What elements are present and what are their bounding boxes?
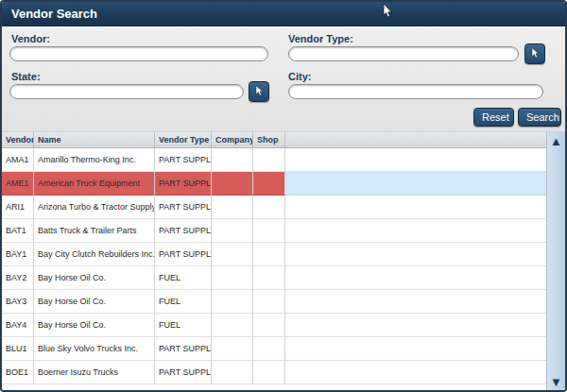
search-form: Vendor: Vendor Type: State: City: Reset …	[2, 26, 565, 132]
cell-vendor[interactable]: BAY1	[2, 243, 34, 266]
scroll-up-icon[interactable]: ▲	[547, 132, 566, 149]
table-row[interactable]: AME1 American Truck Equipment PART SUPPL…	[2, 172, 546, 196]
cell-vendor[interactable]: AME1	[2, 172, 34, 196]
cell-shop[interactable]	[253, 243, 285, 266]
cell-shop[interactable]	[253, 314, 285, 337]
cell-company[interactable]	[212, 361, 253, 384]
window-title: Vendor Search	[11, 7, 97, 21]
cell-filler	[285, 290, 546, 314]
cell-company[interactable]	[212, 219, 253, 243]
cell-vendor-type[interactable]: FUEL	[155, 266, 212, 290]
cell-shop[interactable]	[253, 196, 285, 219]
col-header-company[interactable]: Company	[212, 132, 253, 147]
table-row[interactable]: BLU1 Blue Sky Volvo Trucks Inc. PART SUP…	[2, 337, 546, 361]
hand-pointer-icon	[529, 45, 541, 62]
cell-name[interactable]: Amarillo Thermo-King Inc.	[34, 148, 155, 172]
table-row[interactable]: BOE1 Boerner Isuzu Trucks PART SUPPLY	[2, 361, 546, 384]
results-table: Vendor Name Vendor Type Company Shop AMA…	[2, 132, 565, 390]
cell-filler	[285, 196, 546, 219]
table-row[interactable]: BAY4 Bay Horse Oil Co. FUEL	[2, 314, 546, 337]
cell-name[interactable]: American Truck Equipment	[34, 172, 155, 196]
cell-vendor-type[interactable]: PART SUPPLY	[155, 337, 212, 361]
cell-vendor-type[interactable]: PART SUPPLY	[155, 196, 212, 219]
cell-company[interactable]	[212, 290, 253, 314]
vendor-label: Vendor:	[11, 33, 50, 44]
cell-shop[interactable]	[253, 361, 285, 384]
cell-filler	[285, 219, 546, 243]
vendor-input[interactable]	[9, 46, 268, 61]
cell-name[interactable]: Bay Horse Oil Co.	[34, 266, 155, 290]
cell-filler	[285, 314, 546, 337]
scrollbar-track[interactable]	[547, 149, 565, 373]
scroll-down-icon[interactable]: ▼	[547, 373, 566, 390]
cell-name[interactable]: Batts Truck & Trailer Parts	[34, 219, 155, 243]
col-header-filler	[285, 132, 546, 147]
vendor-type-label: Vendor Type:	[288, 33, 353, 44]
col-header-shop[interactable]: Shop	[253, 132, 285, 147]
cell-vendor[interactable]: BLU1	[2, 337, 34, 361]
cell-filler	[285, 337, 546, 361]
cell-vendor-type[interactable]: FUEL	[155, 290, 212, 314]
cell-name[interactable]: Blue Sky Volvo Trucks Inc.	[34, 337, 155, 361]
table-row[interactable]: ARI1 Arizona Turbo & Tractor Supply Inc.…	[2, 196, 546, 219]
table-row[interactable]: BAY3 Bay Horse Oil Co. FUEL	[2, 290, 546, 314]
state-input[interactable]	[9, 84, 244, 99]
col-header-name[interactable]: Name	[34, 132, 155, 147]
cell-shop[interactable]	[253, 266, 285, 290]
cell-name[interactable]: Bay Horse Oil Co.	[34, 290, 155, 314]
state-picker-button[interactable]	[249, 81, 269, 102]
table-header-row: Vendor Name Vendor Type Company Shop	[2, 132, 546, 148]
cell-vendor-type[interactable]: PART SUPPLY	[155, 361, 212, 384]
vertical-scrollbar[interactable]: ▲ ▼	[546, 132, 565, 390]
cell-name[interactable]: Boerner Isuzu Trucks	[34, 361, 155, 384]
mouse-cursor	[383, 4, 393, 23]
cell-vendor-type[interactable]: PART SUPPLY	[155, 219, 212, 243]
cell-vendor-type[interactable]: PART SUPPLY	[155, 243, 212, 266]
table-row[interactable]: BAY1 Bay City Clutch Rebuilders Inc. PAR…	[2, 243, 546, 266]
cell-filler	[285, 266, 546, 290]
reset-button[interactable]: Reset	[473, 108, 514, 127]
cell-vendor[interactable]: BAT1	[2, 219, 34, 243]
col-header-vendor-type[interactable]: Vendor Type	[155, 132, 212, 147]
cell-company[interactable]	[212, 172, 253, 196]
cell-vendor[interactable]: AMA1	[2, 148, 34, 172]
table-row[interactable]: AMA1 Amarillo Thermo-King Inc. PART SUPP…	[2, 148, 546, 172]
cell-shop[interactable]	[253, 290, 285, 314]
cell-shop[interactable]	[253, 172, 285, 196]
cell-company[interactable]	[212, 314, 253, 337]
cell-vendor[interactable]: BAY3	[2, 290, 34, 314]
hand-pointer-icon	[253, 83, 265, 100]
state-label: State:	[11, 71, 41, 82]
cell-vendor-type[interactable]: FUEL	[155, 314, 212, 337]
cell-filler	[285, 243, 546, 266]
table-row[interactable]: BAT1 Batts Truck & Trailer Parts PART SU…	[2, 219, 546, 243]
cell-vendor-type[interactable]: PART SUPPLY	[155, 148, 212, 172]
cell-name[interactable]: Bay City Clutch Rebuilders Inc.	[34, 243, 155, 266]
cell-vendor[interactable]: BOE1	[2, 361, 34, 384]
cell-shop[interactable]	[253, 219, 285, 243]
cell-company[interactable]	[212, 243, 253, 266]
cell-company[interactable]	[212, 337, 253, 361]
cell-company[interactable]	[212, 266, 253, 290]
cell-vendor-type[interactable]: PART SUPPLY	[155, 172, 212, 196]
cell-vendor[interactable]: BAY4	[2, 314, 34, 337]
cell-shop[interactable]	[253, 337, 285, 361]
cell-shop[interactable]	[253, 148, 285, 172]
cell-vendor[interactable]: ARI1	[2, 196, 34, 219]
cell-vendor[interactable]: BAY2	[2, 266, 34, 290]
vendor-type-picker-button[interactable]	[524, 43, 545, 64]
city-input[interactable]	[288, 84, 543, 99]
col-header-vendor[interactable]: Vendor	[2, 132, 34, 147]
cell-name[interactable]: Arizona Turbo & Tractor Supply Inc.	[34, 196, 155, 219]
cell-name[interactable]: Bay Horse Oil Co.	[34, 314, 155, 337]
table-row[interactable]: BAY2 Bay Horse Oil Co. FUEL	[2, 266, 546, 290]
search-button[interactable]: Search	[518, 108, 561, 127]
cell-filler	[285, 148, 546, 172]
cell-company[interactable]	[212, 196, 253, 219]
cell-filler	[285, 172, 546, 196]
cell-filler	[285, 361, 546, 384]
city-label: City:	[288, 71, 311, 82]
cell-company[interactable]	[212, 148, 253, 172]
vendor-type-input[interactable]	[288, 46, 519, 61]
vendor-search-window: Vendor Search Vendor: Vendor Type: State…	[0, 0, 567, 392]
